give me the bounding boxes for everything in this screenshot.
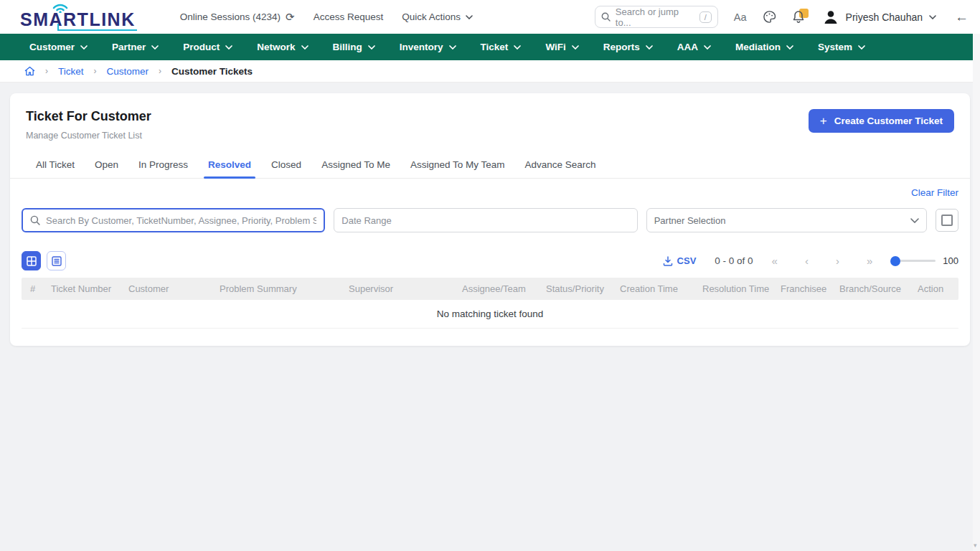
page-size-slider: 100	[891, 255, 958, 266]
notifications-bell[interactable]	[792, 10, 806, 24]
quick-actions-menu[interactable]: Quick Actions	[402, 11, 473, 22]
nav-item-mediation[interactable]: Mediation	[723, 34, 806, 60]
home-icon[interactable]	[24, 66, 35, 76]
chevron-down-icon	[929, 15, 936, 19]
nav-item-inventory[interactable]: Inventory	[387, 34, 468, 60]
nav-item-product[interactable]: Product	[171, 34, 245, 60]
tab-assigned-to-me[interactable]: Assigned To Me	[311, 152, 400, 178]
nav-item-aaa[interactable]: AAA	[665, 34, 723, 60]
chevron-down-icon	[368, 45, 375, 50]
global-search-input[interactable]: Search or jump to... /	[595, 6, 718, 28]
breadcrumb: › Ticket › Customer › Customer Tickets	[0, 60, 980, 83]
font-size-toggle[interactable]: Aa	[734, 11, 747, 23]
prev-page-button[interactable]: ‹	[805, 255, 809, 267]
next-page-button[interactable]: ›	[836, 255, 839, 267]
col-customer: Customer	[124, 283, 215, 294]
date-range-field	[334, 208, 637, 232]
nav-item-partner[interactable]: Partner	[100, 34, 171, 60]
tab-resolved[interactable]: Resolved	[198, 152, 261, 178]
partner-selection-dropdown[interactable]: Partner Selection	[646, 208, 928, 232]
col-branch-source: Branch/Source	[835, 283, 913, 294]
scroll-down-icon[interactable]: ▾	[974, 542, 977, 549]
user-name: Priyesh Chauhan	[846, 11, 923, 23]
user-menu[interactable]: Priyesh Chauhan	[822, 9, 936, 26]
chevron-down-icon	[704, 45, 711, 50]
nav-item-network[interactable]: Network	[245, 34, 320, 60]
breadcrumb-separator: ›	[94, 66, 97, 76]
main-nav: Customer Partner Product Network Billing…	[0, 34, 980, 60]
header-actions-left: Online Sessions (4234) ⟳ Access Request …	[180, 11, 473, 24]
pagination-range: 0 - 0 of 0	[715, 255, 753, 266]
partner-filter-checkbox[interactable]	[936, 209, 958, 232]
theme-palette-icon[interactable]	[763, 10, 776, 24]
filter-zone: Clear Filter Partner Selection	[10, 179, 970, 232]
partner-selection-placeholder: Partner Selection	[654, 215, 726, 226]
tab-closed[interactable]: Closed	[261, 152, 311, 178]
col-index: #	[22, 283, 47, 294]
plus-icon: +	[820, 114, 827, 128]
nav-item-customer[interactable]: Customer	[17, 34, 100, 60]
nav-item-system[interactable]: System	[806, 34, 877, 60]
page-title: Ticket For Customer	[26, 109, 151, 124]
breadcrumb-ticket[interactable]: Ticket	[58, 66, 84, 77]
col-action: Action	[913, 283, 958, 294]
tab-advance-search[interactable]: Advance Search	[515, 152, 606, 178]
download-icon	[663, 256, 673, 266]
logo-text: SMARTLINK	[20, 9, 136, 29]
breadcrumb-separator: ›	[45, 66, 48, 76]
chevron-down-icon	[910, 218, 919, 223]
content-card: Ticket For Customer Manage Customer Tick…	[10, 93, 970, 346]
clear-filter-link[interactable]: Clear Filter	[911, 187, 958, 198]
grid-view-toggle[interactable]	[22, 251, 41, 270]
scrollbar[interactable]: ▾	[973, 34, 980, 551]
card-header: Ticket For Customer Manage Customer Tick…	[10, 93, 970, 141]
breadcrumb-customer[interactable]: Customer	[107, 66, 149, 77]
wifi-icon	[52, 2, 69, 13]
table-toolbar: CSV 0 - 0 of 0 « ‹ › » 100	[10, 251, 970, 270]
col-franchisee: Franchisee	[776, 283, 835, 294]
chevron-down-icon	[151, 45, 159, 50]
tickets-table: # Ticket Number Customer Problem Summary…	[22, 278, 958, 329]
chevron-down-icon	[80, 45, 88, 50]
search-icon	[30, 215, 40, 225]
slider-track[interactable]	[891, 260, 936, 262]
online-sessions[interactable]: Online Sessions (4234) ⟳	[180, 11, 295, 24]
tab-in-progress[interactable]: In Progress	[128, 152, 198, 178]
tab-open[interactable]: Open	[85, 152, 128, 178]
top-header: SMARTLINK Online Sessions (4234) ⟳ Acces…	[0, 0, 980, 34]
tab-assigned-to-my-team[interactable]: Assigned To My Team	[400, 152, 515, 178]
col-status-priority: Status/Priority	[542, 283, 616, 294]
avatar	[822, 9, 839, 26]
back-arrow-icon[interactable]: ←	[955, 9, 969, 25]
access-request-link[interactable]: Access Request	[314, 11, 384, 22]
ticket-search-input[interactable]	[46, 215, 316, 226]
nav-item-wifi[interactable]: WiFi	[533, 34, 590, 60]
nav-item-reports[interactable]: Reports	[591, 34, 665, 60]
grid-icon	[27, 256, 37, 266]
list-icon	[52, 256, 62, 266]
refresh-icon[interactable]: ⟳	[286, 11, 295, 24]
checkbox-box	[941, 215, 953, 226]
global-search-placeholder: Search or jump to...	[616, 6, 694, 28]
slash-shortcut-badge: /	[699, 11, 712, 23]
col-assignee-team: Assignee/Team	[458, 283, 542, 294]
chevron-down-icon	[572, 45, 579, 50]
nav-item-ticket[interactable]: Ticket	[468, 34, 534, 60]
first-page-button[interactable]: «	[772, 255, 778, 267]
col-supervisor: Supervisor	[344, 283, 458, 294]
slider-thumb[interactable]	[890, 256, 900, 266]
chevron-down-icon	[225, 45, 232, 50]
list-view-toggle[interactable]	[47, 251, 66, 270]
chevron-down-icon	[858, 45, 865, 50]
nav-item-billing[interactable]: Billing	[321, 34, 387, 60]
smartlink-logo[interactable]: SMARTLINK	[20, 5, 136, 29]
col-ticket-number: Ticket Number	[47, 283, 124, 294]
export-csv-button[interactable]: CSV	[663, 255, 697, 266]
chevron-down-icon	[466, 15, 473, 19]
page-subtitle: Manage Customer Ticket List	[26, 131, 151, 141]
tab-all-ticket[interactable]: All Ticket	[26, 152, 85, 178]
create-customer-ticket-button[interactable]: + Create Customer Ticket	[809, 109, 954, 133]
last-page-button[interactable]: »	[867, 255, 872, 267]
chevron-down-icon	[449, 45, 456, 50]
date-range-input[interactable]	[341, 215, 629, 226]
